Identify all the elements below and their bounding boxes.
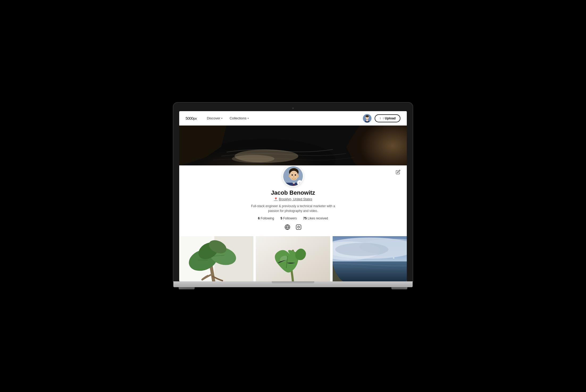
- profile-avatar[interactable]: ↑: [282, 165, 304, 187]
- collections-label: Collections: [229, 116, 246, 120]
- discover-label: Discover: [207, 116, 220, 120]
- nav-right: ↑ ↑ Upload: [363, 114, 400, 123]
- upload-arrow-icon: ↑: [379, 116, 381, 120]
- location-pin-icon: 📍: [274, 197, 278, 201]
- photo-divider-2: [331, 236, 332, 281]
- laptop-camera: [292, 107, 294, 109]
- logo-text: 5000: [186, 116, 193, 120]
- nav-links: Discover ▾ Collections ▾: [204, 115, 363, 122]
- svg-point-14: [292, 174, 293, 176]
- svg-point-12: [289, 175, 290, 177]
- laptop-bezel: 5000px Discover ▾ Collections ▾: [173, 103, 413, 281]
- logo-suffix: px: [193, 116, 197, 120]
- photo-item-3[interactable]: [333, 236, 407, 281]
- photo-grid: [179, 236, 407, 281]
- following-count: 6: [258, 216, 260, 220]
- svg-rect-38: [333, 261, 407, 281]
- likes-label: Likes received: [308, 216, 328, 220]
- avatar-image: [363, 114, 371, 123]
- laptop-frame: 5000px Discover ▾ Collections ▾: [173, 103, 413, 289]
- svg-point-16: [293, 176, 294, 178]
- svg-point-15: [295, 174, 296, 176]
- svg-point-8: [232, 155, 274, 163]
- laptop-foot-right: [391, 287, 407, 289]
- laptop-base: [173, 281, 413, 287]
- followers-count: 5: [281, 216, 282, 220]
- photo-3-image: [333, 236, 407, 281]
- instagram-icon[interactable]: [295, 223, 302, 231]
- photo-1-image: [179, 236, 253, 281]
- collections-chevron-icon: ▾: [248, 117, 249, 120]
- upload-icon: ↑: [299, 181, 300, 184]
- followers-stat[interactable]: 5 Followers: [281, 216, 297, 220]
- profile-name: Jacob Benowitz: [179, 189, 407, 196]
- discover-menu[interactable]: Discover ▾: [204, 115, 225, 122]
- photo-2-image: [256, 236, 330, 281]
- profile-section: ↑ Jacob Benowitz 📍 Brooklyn, United Stat…: [179, 165, 407, 236]
- profile-bio: Full-stack engineer & previously a techn…: [245, 204, 341, 213]
- svg-point-11: [290, 171, 298, 180]
- svg-point-39: [393, 258, 394, 258]
- likes-count: 75: [303, 216, 307, 220]
- upload-label: ↑ Upload: [382, 116, 396, 120]
- profile-location[interactable]: 📍 Brooklyn, United States: [179, 197, 407, 201]
- instagram-svg-icon: [296, 224, 302, 230]
- likes-stat[interactable]: 75 Likes received: [303, 216, 328, 220]
- following-stat[interactable]: 6 Following: [258, 216, 274, 220]
- photo-item-2[interactable]: [256, 236, 330, 281]
- following-label: Following: [261, 216, 274, 220]
- svg-point-4: [366, 120, 369, 121]
- laptop-feet: [173, 287, 413, 289]
- website-icon[interactable]: [284, 223, 291, 231]
- profile-stats: 6 Following 5 Followers 75 Likes receive…: [179, 216, 407, 220]
- upload-button[interactable]: ↑ ↑ Upload: [375, 114, 400, 122]
- svg-point-2: [366, 115, 369, 117]
- followers-label: Followers: [283, 216, 297, 220]
- laptop-screen: 5000px Discover ▾ Collections ▾: [179, 111, 407, 281]
- svg-point-37: [335, 243, 388, 256]
- avatar-upload-icon[interactable]: ↑: [297, 180, 302, 185]
- location-text: Brooklyn, United States: [279, 197, 312, 201]
- svg-rect-20: [296, 225, 301, 230]
- laptop-foot-left: [179, 287, 195, 289]
- discover-chevron-icon: ▾: [221, 117, 223, 120]
- profile-socials: [179, 223, 407, 231]
- photo-item-1[interactable]: [179, 236, 253, 281]
- svg-point-13: [297, 175, 299, 177]
- site-logo[interactable]: 5000px: [186, 115, 197, 121]
- navigation-bar: 5000px Discover ▾ Collections ▾: [179, 111, 407, 126]
- collections-menu[interactable]: Collections ▾: [227, 115, 252, 122]
- photo-divider-1: [254, 236, 255, 281]
- avatar[interactable]: [363, 114, 371, 123]
- globe-icon: [284, 224, 290, 230]
- profile-avatar-wrap: ↑: [179, 165, 407, 187]
- avatar-svg: [363, 114, 371, 123]
